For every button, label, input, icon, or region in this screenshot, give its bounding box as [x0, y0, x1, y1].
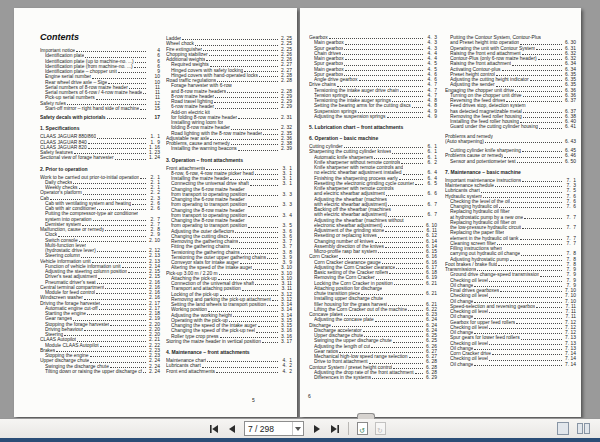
pdf-bottom-toolbar: 7 / 298 ↺ ↻: [0, 418, 600, 438]
page-number-right: 6: [308, 393, 311, 399]
page-number-field[interactable]: 7 / 298: [244, 421, 304, 436]
toc-entry: Front end attachments4. 2: [166, 369, 292, 374]
two-page-view-icon: [576, 422, 591, 435]
toc-entry: Filling instructions whencarrying out hy…: [445, 246, 576, 257]
toc-entry: Storing the maize header in vertical pos…: [166, 339, 292, 344]
toolbar-separator: [348, 422, 349, 435]
toc-column-right-2: Putting the Contour System, Contour-Plus…: [445, 35, 576, 367]
toc-entry: Sectional view of forage harvester1. 24: [40, 155, 160, 160]
toc-section-header: 7. Maintenance – basic machine: [445, 169, 576, 175]
toc-section-header: 5. Lubrication chart – front attachments: [309, 124, 437, 130]
contents-title: Contents: [40, 32, 79, 42]
document-page-right: Gearbox4. 3Main gearbox4. 3Spur gearbox4…: [300, 8, 581, 417]
toc-section-header: 1. Specifications: [40, 125, 160, 131]
last-page-icon: [330, 424, 340, 434]
first-page-icon: [209, 424, 219, 434]
toc-entry: Feed drives stop, detection systemhas de…: [445, 103, 576, 114]
document-page-left: Contents Important notice4Identification…: [14, 8, 297, 417]
toc-entry: Replacing the paper filterelement in the…: [445, 230, 576, 241]
toc-entry: Putting the Contour System, Contour-Plus…: [445, 35, 576, 46]
next-view-icon: ↻: [375, 422, 386, 435]
toc-entry: Backing off the shearbar (machineswith e…: [309, 207, 437, 218]
toc-entry: Replacing hydraulic oil filter onthe low…: [445, 220, 576, 231]
toc-entry: Add-on electric kitfor folding 8-row mai…: [166, 110, 292, 121]
toc-entry: Differences in the systems6. 29: [309, 375, 437, 380]
window-bottom-edge: [0, 438, 600, 442]
toc-entry: Oil change7. 14: [445, 362, 576, 367]
toc-column-left-1: Important notice4Identification plate6Id…: [40, 48, 160, 374]
last-page-button[interactable]: [326, 421, 343, 437]
previous-page-button[interactable]: [223, 421, 240, 437]
previous-view-icon: ↺: [357, 422, 368, 435]
toc-column-left-2: Ladder2. 25Wheel chock2. 25Fire extingui…: [166, 36, 292, 374]
two-page-view-button[interactable]: [575, 421, 592, 437]
toc-entry: Forage harvester with 6-rowand 8-row mai…: [166, 83, 292, 94]
page-layout-group: [554, 419, 592, 438]
toc-entry: Knife sharpener with remote controls and…: [309, 165, 437, 176]
toc-entry: Knife sharpener with remote controlsand …: [309, 186, 437, 197]
toc-section-header: 4. Maintenance – front attachments: [166, 349, 292, 355]
toc-entry: Changing the 8-row maize headerfrom tran…: [166, 208, 292, 219]
toc-entry: Installing upper discharge chutefiller h…: [309, 296, 437, 307]
toc-column-right-1: Gearbox4. 3Main gearbox4. 3Spur gearbox4…: [309, 35, 437, 380]
toc-section-header: 2. Prior to operation: [40, 166, 160, 172]
first-page-button[interactable]: [205, 421, 222, 437]
toc-entry: Changing the 6-row maize headerfrom tran…: [166, 187, 292, 198]
toc-entry: Adjusting the shearbar (machines without…: [309, 218, 437, 229]
toc-entry: Installing wiring loom forfolding 8-row …: [166, 120, 292, 131]
previous-page-icon: [227, 424, 237, 434]
toc-entry: Multi-function lever(hydrostatic drive l…: [40, 243, 160, 254]
toc-entry: Changing the 8-row maize headerfrom oper…: [166, 218, 292, 229]
single-page-view-icon: [557, 422, 569, 435]
single-page-view-button[interactable]: [554, 421, 571, 437]
page-indicator-value: 7 / 298: [245, 424, 292, 434]
previous-view-button[interactable]: ↺: [354, 421, 371, 437]
toc-section-header: 6. Operation – basic machine: [309, 135, 437, 141]
page-dropdown-caret-icon[interactable]: [292, 422, 303, 435]
page-navigation-group: 7 / 298 ↺ ↻: [205, 419, 389, 438]
next-view-button[interactable]: ↻: [372, 421, 389, 437]
next-page-button[interactable]: [308, 421, 325, 437]
toc-entry: Changing the 6-row maize headerfrom oper…: [166, 197, 292, 208]
toc-section-header: 3. Operation – front attachments: [166, 157, 292, 163]
toc-entry: Problems and remedy(Auto sharpening)6. 4…: [445, 134, 576, 145]
toc-entry: Replacing hydraulic oil filterat hydrost…: [445, 209, 576, 220]
toc-entry: Tilting down or raising the upper discha…: [40, 369, 160, 374]
toc-entry: Attaching position for dischargechute tr…: [309, 286, 437, 297]
toc-entry: Putting the compressor-type air conditio…: [40, 211, 160, 222]
toc-entry: Safety decals with pictorials17: [40, 115, 160, 120]
toc-entry: Adjusting the shearbar (machineswith ele…: [309, 197, 437, 208]
toc-entry: Sensor and potentiometer test6. 50: [445, 159, 576, 164]
page-number-left: 5: [252, 397, 255, 403]
pdf-viewer-canvas: Contents Important notice4Identification…: [0, 0, 600, 438]
toc-entry: Installing the warning beacons2. 39: [166, 146, 292, 151]
toc-entry: Adjusting the suspension springs4. 9: [309, 114, 437, 119]
next-page-icon: [312, 424, 322, 434]
